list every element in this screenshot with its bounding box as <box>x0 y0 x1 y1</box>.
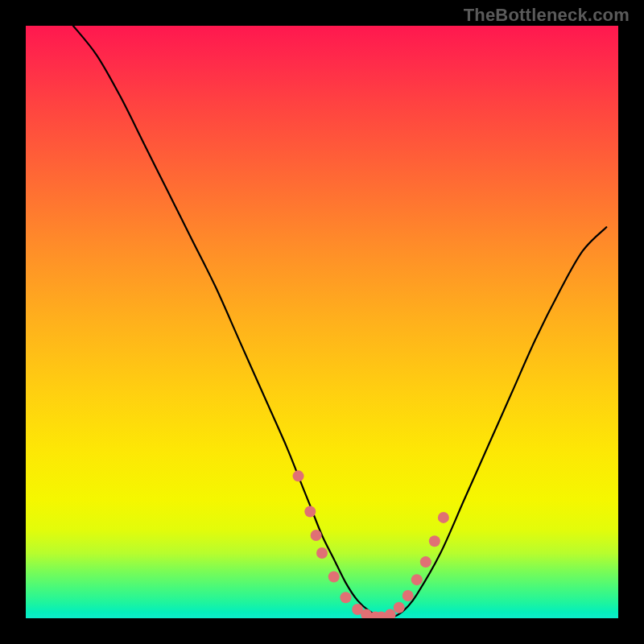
highlight-marker <box>328 571 340 582</box>
bottleneck-curve <box>73 26 606 618</box>
highlight-marker <box>385 609 396 618</box>
highlight-marker <box>402 590 414 601</box>
watermark-text: TheBottleneck.com <box>464 5 630 26</box>
highlight-markers <box>293 470 449 618</box>
highlight-marker <box>411 574 423 585</box>
plot-area <box>26 26 618 618</box>
highlight-marker <box>438 512 449 523</box>
highlight-marker <box>420 556 431 568</box>
highlight-marker <box>340 592 351 603</box>
chart-overlay <box>26 26 618 618</box>
highlight-marker <box>429 535 440 547</box>
highlight-marker <box>311 530 322 541</box>
highlight-marker <box>293 470 304 481</box>
highlight-marker <box>304 506 316 518</box>
highlight-marker <box>394 602 405 613</box>
chart-frame: TheBottleneck.com <box>0 0 644 644</box>
highlight-marker <box>316 547 328 559</box>
